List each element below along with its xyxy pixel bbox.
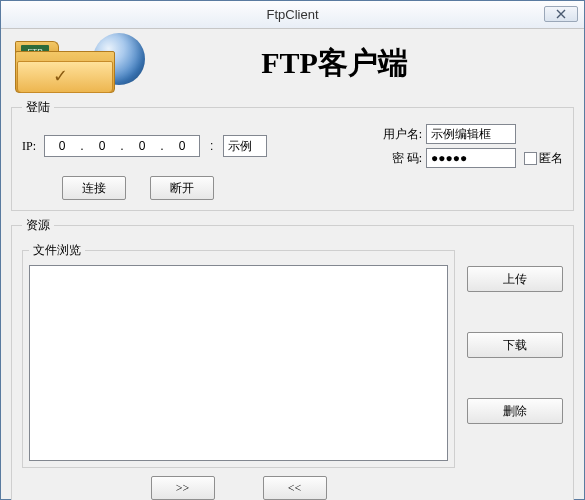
port-input[interactable]: 示例 — [223, 135, 267, 157]
file-browse-area: 文件浏览 >> << — [22, 242, 455, 500]
nav-buttons: >> << — [22, 476, 455, 500]
file-browse-group: 文件浏览 — [22, 242, 455, 468]
connect-button[interactable]: 连接 — [62, 176, 126, 200]
action-buttons: 上传 下载 删除 — [467, 242, 563, 500]
port-colon: : — [210, 139, 213, 153]
titlebar: FtpClient — [1, 1, 584, 29]
login-row: IP: 0 . 0 . 0 . 0 : 示例 用户名: 示例编辑框 — [22, 124, 563, 168]
upload-button[interactable]: 上传 — [467, 266, 563, 292]
check-icon: ✓ — [53, 67, 68, 85]
next-button[interactable]: >> — [151, 476, 215, 500]
username-value: 示例编辑框 — [431, 126, 491, 143]
ip-dot: . — [119, 139, 125, 154]
password-label: 密 码: — [383, 150, 422, 167]
login-buttons: 连接 断开 — [62, 176, 563, 200]
app-title: FTP客户端 — [155, 43, 574, 84]
app-logo: FTP ✓ — [15, 33, 155, 93]
close-icon — [556, 9, 566, 19]
window-title: FtpClient — [266, 7, 318, 22]
resource-body: 文件浏览 >> << 上传 下载 删除 — [22, 242, 563, 500]
ip-octet-1: 0 — [51, 139, 73, 153]
password-input[interactable]: ●●●●● — [426, 148, 516, 168]
resource-group: 资源 文件浏览 >> << 上传 下载 删除 — [11, 217, 574, 500]
login-legend: 登陆 — [22, 99, 54, 116]
ip-octet-3: 0 — [131, 139, 153, 153]
ip-octet-4: 0 — [171, 139, 193, 153]
disconnect-button[interactable]: 断开 — [150, 176, 214, 200]
checkbox-icon — [524, 152, 537, 165]
username-input[interactable]: 示例编辑框 — [426, 124, 516, 144]
application-window: FtpClient FTP ✓ FTP客户端 登陆 IP: 0 — [0, 0, 585, 500]
credentials-block: 用户名: 示例编辑框 密 码: ●●●●● 匿名 — [383, 124, 563, 168]
prev-button[interactable]: << — [263, 476, 327, 500]
login-group: 登陆 IP: 0 . 0 . 0 . 0 : 示例 用户名: — [11, 99, 574, 211]
ip-dot: . — [79, 139, 85, 154]
file-browse-legend: 文件浏览 — [29, 242, 85, 259]
port-value: 示例 — [228, 138, 252, 155]
password-value: ●●●●● — [431, 151, 467, 166]
ip-input[interactable]: 0 . 0 . 0 . 0 — [44, 135, 200, 157]
close-button[interactable] — [544, 6, 578, 22]
anonymous-checkbox[interactable]: 匿名 — [524, 150, 563, 167]
download-button[interactable]: 下载 — [467, 332, 563, 358]
delete-button[interactable]: 删除 — [467, 398, 563, 424]
anonymous-label: 匿名 — [539, 150, 563, 167]
username-label: 用户名: — [383, 126, 422, 143]
resource-legend: 资源 — [22, 217, 54, 234]
file-list[interactable] — [29, 265, 448, 461]
ip-dot: . — [159, 139, 165, 154]
ip-label: IP: — [22, 139, 36, 154]
ip-octet-2: 0 — [91, 139, 113, 153]
header-row: FTP ✓ FTP客户端 — [11, 33, 574, 93]
client-area: FTP ✓ FTP客户端 登陆 IP: 0 . 0 . 0 . 0 — [1, 29, 584, 500]
